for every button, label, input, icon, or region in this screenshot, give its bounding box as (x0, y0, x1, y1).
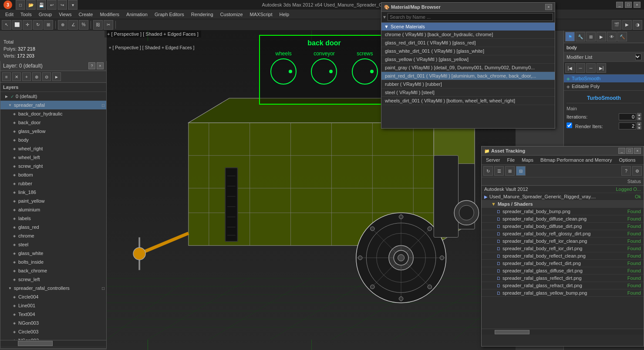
mat-steel[interactable]: steel ( VRayMtl ) [steel] (381, 88, 555, 97)
asset-map-11[interactable]: 🗋 spreader_rafal_glass_refract_dirt.png … (482, 282, 644, 289)
layer-aluminium[interactable]: ◈ aluminium (0, 205, 106, 214)
mat-scene-materials-header[interactable]: ▼ Scene Materials (381, 23, 555, 31)
iterations-up[interactable]: ▲ (637, 113, 641, 116)
snap-btn[interactable]: ⊕ (58, 20, 67, 30)
asset-menu-options[interactable]: Options (617, 156, 638, 163)
asset-menu-server[interactable]: Server (483, 156, 502, 163)
mat-glass-yellow[interactable]: glass_yellow ( VRayMtl ) [glass_yellow] (381, 55, 555, 64)
asset-close-btn[interactable]: × (634, 148, 641, 154)
asset-map-7[interactable]: 🗋 spreader_rafal_body_reflect_clean.png … (482, 252, 644, 260)
layer-text004[interactable]: ◈ Text004 (0, 310, 106, 319)
menu-help[interactable]: Help (276, 11, 293, 18)
utilities-tab[interactable]: 🔨 (617, 32, 627, 41)
rotate-btn[interactable]: ↻ (33, 20, 43, 30)
layer-wheel-left[interactable]: ◈ wheel_left (0, 153, 106, 162)
asset-map-6[interactable]: 🗋 spreader_rafal_body_refl_ior_dirt.png … (482, 245, 644, 252)
asset-refresh-btn[interactable]: ↻ (483, 166, 493, 176)
tb-new[interactable]: □ (16, 0, 25, 10)
layer-screw-right[interactable]: ◈ screw_right (0, 162, 106, 170)
layer-steel[interactable]: ◈ steel (0, 240, 106, 249)
mat-browser-close[interactable]: × (545, 4, 552, 10)
close-btn[interactable]: × (634, 2, 641, 8)
create-tab[interactable]: ⚑ (565, 32, 575, 41)
layer-rubber[interactable]: ◈ rubber (0, 179, 106, 188)
layer-ngon003[interactable]: ◈ NGon003 (0, 319, 106, 327)
layer-back-door-hydraulic[interactable]: ◈ back_door_hydraulic (0, 109, 106, 118)
render-iters-down[interactable]: ▼ (637, 126, 641, 129)
menu-maxscript[interactable]: MAXScript (246, 11, 276, 18)
hierarchy-tab[interactable]: ⊞ (586, 32, 596, 41)
asset-map-9[interactable]: 🗋 spreader_rafal_glass_diffuse_dirt.png … (482, 267, 644, 275)
layers-menu-btn[interactable]: ≡ (2, 72, 11, 81)
modifier-turbsmooth[interactable]: ◈ TurboSmooth (564, 75, 644, 82)
panel-controls[interactable]: ? × (88, 62, 104, 69)
layer-glass-white[interactable]: ◈ glass_white (0, 249, 106, 258)
layer-0-default[interactable]: ▶ ✓ 0 (default) (0, 92, 106, 101)
tb-open[interactable]: 📂 (26, 0, 36, 10)
asset-map-1[interactable]: 🗋 spreader_rafal_body_bump.png Found (482, 208, 644, 215)
asset-map-3[interactable]: 🗋 spreader_rafal_body_diffuse_dirt.png F… (482, 223, 644, 230)
layers-add-sel-btn[interactable]: ⊕ (32, 72, 41, 81)
menu-animation[interactable]: Animation (123, 11, 151, 18)
activeshade-btn[interactable]: ◑ (633, 20, 642, 30)
layer-back-door[interactable]: ◈ back_door (0, 118, 106, 127)
mod-nav-next[interactable]: ─ (586, 63, 596, 73)
menu-modifiers[interactable]: Modifiers (96, 11, 123, 18)
asset-map-5[interactable]: 🗋 spreader_rafal_body_refl_ior_clean.png… (482, 238, 644, 245)
asset-maximize-btn[interactable]: □ (626, 148, 633, 154)
asset-tracking-controls[interactable]: _ □ × (618, 148, 641, 154)
layer-controllers[interactable]: ▼ spreader_rafal_controllers □ (0, 284, 106, 292)
menu-edit[interactable]: Edit (2, 11, 17, 18)
layer-back-chrome[interactable]: ◈ back_chrome (0, 266, 106, 275)
layers-delete-btn[interactable]: ✕ (12, 72, 21, 81)
mat-chrome[interactable]: chrome ( VRayMtl ) [back_door_hydraulic,… (381, 31, 555, 39)
asset-map-8[interactable]: 🗋 spreader_rafal_body_reflect_dirt.png F… (482, 260, 644, 267)
layer-bottom[interactable]: ◈ bottom (0, 170, 106, 179)
mat-search-input[interactable] (388, 13, 553, 21)
layers-remove-sel-btn[interactable]: ⊖ (42, 72, 51, 81)
menu-rendering[interactable]: Rendering (188, 11, 217, 18)
layers-sel-layer-btn[interactable]: ► (52, 72, 61, 81)
mat-glass-red[interactable]: glass_red_dirt_001 ( VRayMtl ) [glass_re… (381, 39, 555, 47)
asset-settings-btn[interactable]: ⚙ (632, 166, 642, 176)
layer-paint-yellow[interactable]: ◈ paint_yellow (0, 197, 106, 205)
layers-add-btn[interactable]: + (22, 72, 31, 81)
display-tab[interactable]: 👁 (607, 32, 617, 41)
mat-paint-gray[interactable]: paint_gray ( VRayMtl ) [detail_09, Dummy… (381, 64, 555, 72)
tb-more[interactable]: ▾ (68, 0, 78, 10)
asset-file-row[interactable]: ▶ Used_Manure_Spreader_Generic_Rigged_vr… (482, 193, 644, 200)
mod-nav-prev[interactable]: ─ (576, 63, 585, 73)
tb-save[interactable]: 💾 (37, 0, 46, 10)
mat-paint-red[interactable]: paint_red_dirt_001 ( VRayMtl ) [aluminiu… (381, 72, 555, 80)
tb-undo[interactable]: ↩ (47, 0, 57, 10)
move-btn[interactable]: ✛ (23, 20, 32, 30)
scale-btn[interactable]: ⊞ (44, 20, 53, 30)
mat-wheels-dirt[interactable]: wheels_dirt_001 ( VRayMtl ) [bottom, whe… (381, 97, 555, 105)
layer-vis-check[interactable]: ✓ (10, 94, 14, 99)
menu-graph-editors[interactable]: Graph Editors (151, 11, 188, 18)
layer-wheel-right[interactable]: ◈ wheel_right (0, 144, 106, 153)
layer-glass-red[interactable]: ◈ glass_red (0, 223, 106, 231)
render-iters-input[interactable] (619, 122, 636, 129)
asset-vault[interactable]: Autodesk Vault 2012 Logged O... (482, 186, 644, 193)
render-btn[interactable]: ▶ (622, 20, 632, 30)
mat-glass-white[interactable]: glass_white_dirt_001 ( VRayMtl ) [glass_… (381, 47, 555, 55)
render-setup-btn[interactable]: 🎬 (612, 20, 621, 30)
modifier-dropdown[interactable]: ▾ (635, 54, 641, 60)
layer-line001[interactable]: ◈ Line001 (0, 301, 106, 310)
link-btn[interactable]: ⛓ (93, 20, 103, 30)
window-controls[interactable]: _ □ × (616, 2, 641, 8)
select-region-btn[interactable]: ⬜ (12, 20, 22, 30)
layer-screw-left[interactable]: ◈ screw_left (0, 275, 106, 284)
motion-tab[interactable]: ▶ (597, 32, 606, 41)
layer-circle004[interactable]: ◈ Circle004 (0, 292, 106, 301)
asset-map-4[interactable]: 🗋 spreader_rafal_body_refl_glossy_dirt.p… (482, 230, 644, 238)
mod-nav-last[interactable]: ▶| (597, 63, 606, 73)
percent-snap-btn[interactable]: % (79, 20, 88, 30)
asset-map-10[interactable]: 🗋 spreader_rafal_glass_reflect_dirt.png … (482, 275, 644, 282)
layer-link186[interactable]: ◈ link_186 (0, 188, 106, 197)
layers-scroll-x[interactable] (0, 340, 106, 346)
modifier-editable-poly[interactable]: ◈ Editable Poly (564, 82, 644, 90)
layer-glass-yellow[interactable]: ◈ glass_yellow (0, 127, 106, 136)
layer-body[interactable]: ◈ body (0, 136, 106, 144)
